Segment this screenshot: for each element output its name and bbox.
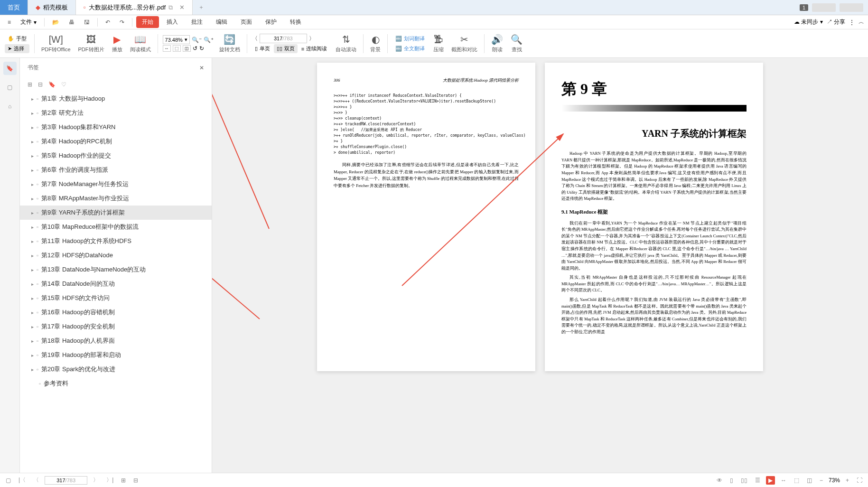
menu-insert[interactable]: 插入: [161, 16, 184, 28]
bookmark-rail-icon[interactable]: 🔖: [3, 62, 17, 75]
find[interactable]: 🔍查找: [508, 32, 525, 55]
full-translate[interactable]: 🔤 全文翻译: [392, 44, 428, 53]
bookmark-item[interactable]: ▸▫第9章 YARN子系统的计算框架: [20, 206, 212, 220]
menu-protect[interactable]: 保护: [260, 16, 282, 28]
word-translate[interactable]: 🔤 划词翻译: [392, 34, 428, 43]
menu-edit[interactable]: 编辑: [210, 16, 233, 28]
add-box-icon[interactable]: ⊞: [119, 476, 128, 485]
document-viewport[interactable]: 306 大数据处理系统:Hadoop 源代码情景分析 >+>>++ if(ite…: [212, 58, 868, 473]
continuous-button[interactable]: ≡ 连续阅读: [299, 44, 330, 53]
fit-2-icon[interactable]: ⬚: [792, 476, 801, 485]
bookmark-item[interactable]: ▸▫第6章 作业的调度与指派: [20, 163, 212, 177]
bookmark-add-icon[interactable]: 🔖: [48, 81, 56, 88]
bookmark-item[interactable]: ▸▫第16章 Hadoop的容错机制: [20, 305, 212, 319]
collapse-all-icon[interactable]: ⊟: [38, 81, 43, 88]
pdf-to-office[interactable]: [W]PDF转Office: [38, 32, 74, 55]
compress[interactable]: 🗜压缩: [430, 32, 447, 55]
chevron-up-icon[interactable]: ︿: [859, 18, 864, 26]
bookmark-item[interactable]: ▸▫第11章 Hadoop的文件系统HDFS: [20, 234, 212, 248]
bookmark-item[interactable]: ▸▫第4章 Hadoop的RPC机制: [20, 134, 212, 149]
fit-3-icon[interactable]: ◫: [805, 476, 814, 485]
bookmark-item[interactable]: ▸▫第5章 Hadoop作业的提交: [20, 149, 212, 163]
single-page-button[interactable]: ▯ 单页: [252, 44, 273, 53]
bookmark-item[interactable]: ▸▫第8章 MRAppMaster与作业投运: [20, 191, 212, 206]
remove-box-icon[interactable]: ⊟: [131, 476, 140, 485]
zoom-out-status-icon[interactable]: −: [818, 476, 825, 485]
status-page-input[interactable]: 317/783: [45, 476, 87, 485]
fullscreen-icon[interactable]: ⛶: [855, 476, 864, 485]
read-mode[interactable]: 📖阅读模式: [127, 32, 154, 55]
play-status-icon[interactable]: ▶: [766, 476, 775, 485]
zoom-display[interactable]: 73.48% ▾: [163, 35, 190, 44]
double-page-button[interactable]: ▯▯ 双页: [274, 44, 298, 53]
fit-page-icon[interactable]: ⬚: [173, 45, 181, 52]
print-icon[interactable]: 🖶: [65, 17, 78, 28]
zoom-out-icon[interactable]: 🔍⁻: [192, 37, 202, 43]
tab-daoke[interactable]: ◆ 稻壳模板: [28, 0, 76, 15]
redo-icon[interactable]: ↷: [116, 17, 128, 28]
sync-status[interactable]: ☁ 未同步 ▾: [794, 18, 823, 26]
tab-home[interactable]: 首页: [0, 0, 28, 15]
prev-page-icon[interactable]: 〈: [252, 35, 258, 43]
zoom-in-icon[interactable]: 🔍⁺: [204, 37, 214, 43]
undo-icon[interactable]: ↶: [102, 17, 114, 28]
bookmark-item[interactable]: ▸▫第12章 HDFS的DataNode: [20, 248, 212, 262]
tab-detach-icon[interactable]: ⧉: [168, 4, 173, 11]
hand-tool[interactable]: ✋ 手型: [5, 34, 29, 43]
rotate-left-icon[interactable]: ↺: [193, 45, 197, 52]
file-menu[interactable]: 文件 ▾: [17, 16, 40, 28]
bookmark-item[interactable]: ▸▫第13章 DataNode与NameNode的互动: [20, 262, 212, 277]
last-page-icon[interactable]: 〉|: [104, 475, 115, 485]
bookmark-item[interactable]: ▸▫第19章 Hadoop的部署和启动: [20, 348, 212, 362]
eye-icon[interactable]: 👁: [715, 476, 724, 485]
view-single-icon[interactable]: ▯: [728, 476, 735, 485]
select-tool[interactable]: ➤ 选择: [5, 44, 29, 53]
zoom-in-status-icon[interactable]: +: [844, 476, 851, 485]
next-page-icon[interactable]: 〉: [309, 35, 315, 43]
pdf-to-image[interactable]: 🖼PDF转图片: [75, 32, 107, 55]
next-page-icon[interactable]: 〉: [91, 475, 101, 485]
bookmark-item[interactable]: ▸▫第2章 研究方法: [20, 106, 212, 120]
screenshot-compare[interactable]: ✂截图和对比: [448, 32, 480, 55]
background[interactable]: ◐背景: [367, 32, 383, 55]
fit-width-icon[interactable]: ↔: [163, 45, 171, 52]
bookmark-item[interactable]: ▸▫第1章 大数据与Hadoop: [20, 92, 212, 106]
rotate-doc[interactable]: 🔄旋转文档: [216, 32, 243, 55]
home-rail-icon[interactable]: ⌂: [3, 100, 17, 113]
sidebar-close-icon[interactable]: ✕: [199, 65, 204, 71]
menu-start[interactable]: 开始: [136, 16, 159, 28]
menu-page[interactable]: 页面: [235, 16, 258, 28]
bookmark-item[interactable]: ▸▫第17章 Hadoop的安全机制: [20, 319, 212, 334]
fit-icon-3[interactable]: ◫: [183, 45, 191, 52]
fit-1-icon[interactable]: ↔: [779, 476, 788, 485]
bookmark-item[interactable]: ▸▫第15章 HDFS的文件访问: [20, 291, 212, 305]
bookmark-outline-icon[interactable]: ♡: [61, 81, 66, 88]
bookmark-item[interactable]: ▫参考资料: [20, 376, 212, 391]
play-button[interactable]: ▶播放: [109, 32, 125, 55]
sidebar-toggle-icon[interactable]: ▢: [4, 476, 13, 485]
save-icon[interactable]: 🖫: [80, 17, 93, 28]
read-aloud[interactable]: 🔊朗读: [488, 32, 506, 55]
first-page-icon[interactable]: |〈: [17, 475, 28, 485]
bookmark-item[interactable]: ▸▫第18章 Hadoop的人机界面: [20, 334, 212, 348]
expand-all-icon[interactable]: ⊞: [28, 81, 32, 88]
bookmark-item[interactable]: ▸▫第14章 DataNode间的互动: [20, 277, 212, 291]
bookmark-item[interactable]: ▸▫第7章 NodeManager与任务投运: [20, 177, 212, 191]
bookmark-item[interactable]: ▸▫第20章 Spark的优化与改进: [20, 362, 212, 376]
open-folder-icon[interactable]: 📂: [48, 17, 63, 28]
thumbnail-rail-icon[interactable]: ▢: [3, 81, 17, 94]
menu-convert[interactable]: 转换: [284, 16, 307, 28]
menu-annotate[interactable]: 批注: [186, 16, 208, 28]
bookmark-item[interactable]: ▸▫第10章 MapReduce框架中的数据流: [20, 220, 212, 234]
view-double-icon[interactable]: ▯▯: [739, 476, 749, 485]
view-continuous-icon[interactable]: ☰: [753, 476, 762, 485]
auto-scroll[interactable]: ⇅自动滚动: [333, 32, 359, 55]
prev-page-icon[interactable]: 〈: [31, 475, 41, 485]
notification-badge[interactable]: 1: [800, 4, 808, 11]
more-icon[interactable]: ⋮: [849, 19, 855, 26]
tab-close-icon[interactable]: ✕: [179, 4, 185, 11]
zoom-status[interactable]: 73%: [829, 477, 840, 484]
tab-add-button[interactable]: ＋: [193, 0, 210, 15]
page-input[interactable]: 317/783: [260, 34, 307, 43]
bookmark-item[interactable]: ▸▫第3章 Hadoop集群和YARN: [20, 120, 212, 134]
